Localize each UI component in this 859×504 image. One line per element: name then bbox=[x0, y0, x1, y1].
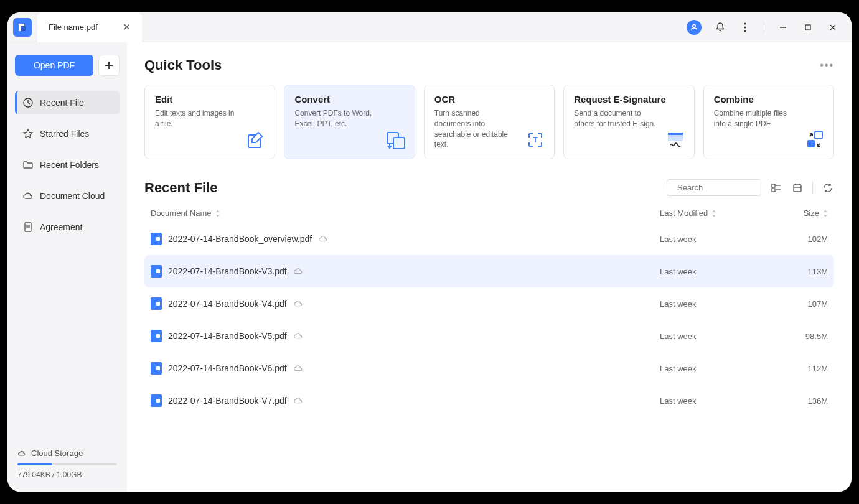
tab-close-button[interactable]: ✕ bbox=[123, 21, 131, 33]
cloud-icon bbox=[22, 190, 34, 202]
cloud-icon bbox=[17, 449, 26, 458]
file-row[interactable]: 2022-07-14-BrandBook-V6.pdfLast week112M bbox=[144, 352, 834, 385]
sidebar-item-recent-folders[interactable]: Recent Folders bbox=[15, 153, 120, 177]
refresh-button[interactable] bbox=[822, 182, 834, 194]
svg-rect-26 bbox=[772, 184, 775, 187]
refresh-icon bbox=[822, 182, 833, 194]
sidebar-item-document-cloud[interactable]: Document Cloud bbox=[15, 184, 120, 208]
tool-title: Convert bbox=[294, 94, 404, 105]
tool-card-ocr[interactable]: OCRTurn scanned documents into searchabl… bbox=[424, 85, 555, 159]
user-icon bbox=[690, 23, 698, 32]
maximize-button[interactable] bbox=[802, 21, 814, 34]
sidebar-item-label: Recent File bbox=[40, 98, 84, 108]
tool-title: Combine bbox=[714, 94, 824, 105]
sidebar-item-label: Document Cloud bbox=[40, 191, 105, 201]
cloud-badge-icon bbox=[293, 396, 303, 406]
sidebar-item-starred-files[interactable]: Starred Files bbox=[15, 122, 120, 146]
pdf-file-icon bbox=[151, 297, 162, 310]
close-icon bbox=[828, 23, 837, 32]
minimize-button[interactable] bbox=[777, 21, 789, 34]
tool-desc: Convert PDFs to Word, Excel, PPT, etc. bbox=[294, 108, 404, 129]
clock-icon bbox=[22, 97, 34, 108]
file-name: 2022-07-14-BrandBook-V5.pdf bbox=[168, 331, 287, 341]
quick-tools-more-button[interactable]: ••• bbox=[820, 60, 834, 71]
file-modified: Last week bbox=[660, 235, 772, 244]
main-content: Quick Tools ••• EditEdit texts and image… bbox=[127, 42, 852, 492]
storage-bar bbox=[17, 463, 117, 465]
file-name: 2022-07-14-BrandBook_overview.pdf bbox=[168, 234, 312, 244]
document-icon bbox=[22, 222, 34, 233]
file-modified: Last week bbox=[660, 396, 772, 406]
file-row[interactable]: 2022-07-14-BrandBook-V4.pdfLast week107M bbox=[144, 287, 834, 320]
view-grid-button[interactable] bbox=[791, 182, 804, 194]
file-row[interactable]: 2022-07-14-BrandBook-V5.pdfLast week98.5… bbox=[144, 320, 834, 352]
sort-icon bbox=[711, 210, 716, 217]
open-pdf-button[interactable]: Open PDF bbox=[15, 55, 93, 76]
file-name: 2022-07-14-BrandBook-V3.pdf bbox=[168, 266, 287, 276]
file-name: 2022-07-14-BrandBook-V7.pdf bbox=[168, 396, 287, 406]
pdf-file-icon bbox=[151, 362, 162, 375]
tool-card-request-e-signature[interactable]: Request E-SignatureSend a document to ot… bbox=[563, 85, 694, 159]
tool-card-edit[interactable]: EditEdit texts and images in a file. bbox=[144, 85, 275, 159]
pdf-app-icon bbox=[17, 22, 27, 32]
file-name: 2022-07-14-BrandBook-V4.pdf bbox=[168, 299, 287, 309]
view-list-button[interactable] bbox=[770, 182, 782, 194]
more-menu-button[interactable] bbox=[739, 21, 751, 34]
column-header-name[interactable]: Document Name bbox=[151, 208, 660, 218]
cloud-badge-icon bbox=[293, 266, 303, 276]
divider bbox=[764, 21, 764, 34]
titlebar: File name.pdf ✕ bbox=[7, 12, 852, 42]
sidebar-item-agreement[interactable]: Agreement bbox=[15, 215, 120, 239]
maximize-icon bbox=[804, 23, 812, 32]
file-size: 113M bbox=[772, 267, 828, 276]
sidebar-item-label: Recent Folders bbox=[40, 160, 99, 170]
svg-rect-27 bbox=[772, 189, 775, 192]
user-avatar-button[interactable] bbox=[687, 20, 702, 35]
file-modified: Last week bbox=[660, 332, 772, 341]
minimize-icon bbox=[779, 23, 787, 32]
pdf-file-icon bbox=[151, 265, 162, 278]
bell-icon bbox=[715, 22, 726, 33]
search-input[interactable] bbox=[677, 183, 782, 192]
file-modified: Last week bbox=[660, 299, 772, 309]
svg-rect-18 bbox=[393, 138, 405, 149]
sidebar: Open PDF Recent File Starred Files Recen… bbox=[7, 42, 127, 492]
column-header-modified[interactable]: Last Modified bbox=[660, 208, 772, 218]
tool-title: Request E-Signature bbox=[574, 94, 683, 105]
file-row[interactable]: 2022-07-14-BrandBook-V3.pdfLast week113M bbox=[144, 255, 834, 287]
search-box[interactable] bbox=[667, 179, 761, 196]
tool-card-combine[interactable]: CombineCombine multiple files into a sin… bbox=[703, 85, 834, 159]
cloud-badge-icon bbox=[318, 234, 328, 244]
tool-card-convert[interactable]: ConvertConvert PDFs to Word, Excel, PPT,… bbox=[284, 85, 415, 159]
cloud-badge-icon bbox=[293, 299, 303, 309]
column-header-size[interactable]: Size bbox=[772, 208, 828, 218]
svg-rect-23 bbox=[807, 140, 815, 147]
sidebar-item-recent-file[interactable]: Recent File bbox=[15, 91, 120, 114]
cloud-badge-icon bbox=[293, 331, 303, 341]
kebab-icon bbox=[744, 22, 746, 32]
file-size: 136M bbox=[772, 396, 828, 406]
file-row[interactable]: 2022-07-14-BrandBook_overview.pdfLast we… bbox=[144, 223, 834, 255]
new-button[interactable] bbox=[98, 55, 120, 76]
sort-icon bbox=[823, 210, 828, 217]
file-name: 2022-07-14-BrandBook-V6.pdf bbox=[168, 363, 287, 373]
recent-file-title: Recent File bbox=[144, 180, 217, 196]
tool-icon bbox=[385, 129, 407, 151]
file-modified: Last week bbox=[660, 364, 772, 373]
svg-rect-21 bbox=[668, 133, 683, 135]
document-tab[interactable]: File name.pdf ✕ bbox=[37, 12, 142, 42]
svg-point-5 bbox=[744, 30, 746, 32]
tool-icon: T bbox=[524, 129, 547, 151]
file-size: 112M bbox=[772, 364, 828, 373]
tool-icon bbox=[664, 129, 687, 151]
close-button[interactable] bbox=[827, 21, 839, 34]
file-row[interactable]: 2022-07-14-BrandBook-V7.pdfLast week136M bbox=[144, 385, 834, 417]
tool-desc: Combine multiple files into a single PDF… bbox=[714, 108, 824, 129]
tool-desc: Send a document to others for trusted E-… bbox=[574, 108, 683, 129]
svg-point-3 bbox=[744, 22, 746, 24]
app-window: File name.pdf ✕ bbox=[7, 12, 852, 492]
list-icon bbox=[771, 182, 782, 194]
notifications-button[interactable] bbox=[714, 21, 726, 34]
pdf-file-icon bbox=[151, 330, 162, 342]
storage-label: Cloud Storage bbox=[31, 449, 83, 458]
